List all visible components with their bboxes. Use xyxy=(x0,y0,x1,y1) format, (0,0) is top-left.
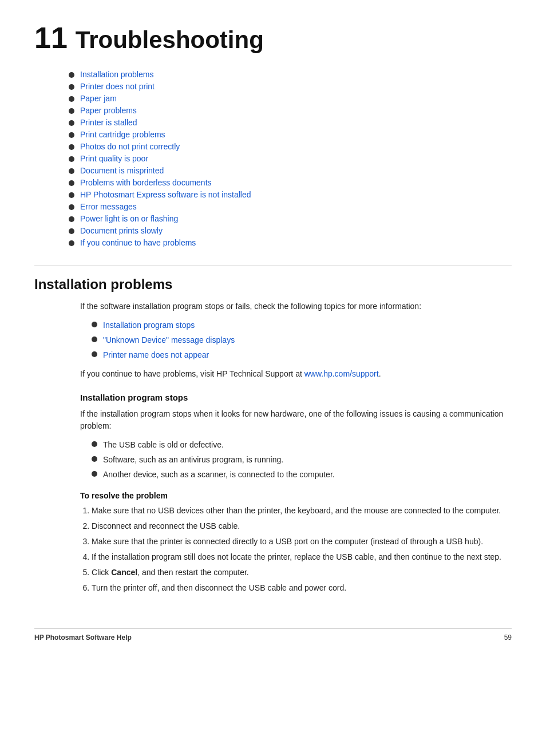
toc-link[interactable]: Printer is stalled xyxy=(80,118,137,127)
toc-link[interactable]: Paper problems xyxy=(80,106,137,115)
toc-item: Paper jam xyxy=(69,94,512,103)
bullet-icon xyxy=(92,441,97,447)
installation-intro-text: If the software installation program sto… xyxy=(80,300,512,312)
resolve-steps: Make sure that no USB devices other than… xyxy=(80,505,512,594)
installation-sub-list: Installation program stops"Unknown Devic… xyxy=(92,319,512,361)
bullet-icon xyxy=(69,144,74,150)
step-item: Turn the printer off, and then disconnec… xyxy=(92,582,512,594)
installation-program-stops-intro: If the installation program stops when i… xyxy=(80,408,512,432)
sub-item-link[interactable]: Printer name does not appear xyxy=(103,349,209,361)
issues-list: The USB cable is old or defective.Softwa… xyxy=(92,439,512,481)
installation-problems-section: Installation problems If the software in… xyxy=(34,266,512,380)
chapter-title: Troubleshooting xyxy=(76,26,264,54)
bullet-icon xyxy=(69,108,74,114)
toc-link[interactable]: HP Photosmart Express software is not in… xyxy=(80,190,251,199)
toc-link[interactable]: Paper jam xyxy=(80,94,117,103)
toc-item: Printer does not print xyxy=(69,82,512,91)
step-item: If the installation program still does n… xyxy=(92,551,512,563)
toc-item: Print cartridge problems xyxy=(69,130,512,139)
bullet-icon xyxy=(69,216,74,222)
resolve-heading: To resolve the problem xyxy=(80,491,512,500)
toc-item: HP Photosmart Express software is not in… xyxy=(69,190,512,199)
bullet-icon xyxy=(92,456,97,462)
footer-left: HP Photosmart Software Help xyxy=(34,634,132,642)
toc-item: If you continue to have problems xyxy=(69,238,512,247)
toc-link[interactable]: If you continue to have problems xyxy=(80,238,196,247)
installation-program-stops-section: Installation program stops If the instal… xyxy=(34,393,512,594)
step-text-rest: , and then restart the computer. xyxy=(137,568,249,577)
bullet-icon xyxy=(69,120,74,126)
bullet-icon xyxy=(69,156,74,162)
hp-support-link[interactable]: www.hp.com/support xyxy=(304,369,379,378)
installation-program-stops-heading: Installation program stops xyxy=(80,393,512,402)
bullet-icon xyxy=(92,322,97,327)
toc-item: Error messages xyxy=(69,202,512,211)
issue-text: Another device, such as a scanner, is co… xyxy=(103,469,335,481)
bullet-icon xyxy=(69,192,74,198)
toc-link[interactable]: Photos do not print correctly xyxy=(80,142,180,151)
footer: HP Photosmart Software Help 59 xyxy=(34,628,512,642)
toc-item: Document is misprinted xyxy=(69,166,512,175)
section-title: Installation problems xyxy=(34,266,512,292)
bullet-icon xyxy=(92,471,97,477)
step-item: Click Cancel, and then restart the compu… xyxy=(92,567,512,579)
toc-item: Power light is on or flashing xyxy=(69,214,512,223)
list-item: "Unknown Device" message displays xyxy=(92,334,512,346)
bullet-icon xyxy=(69,204,74,210)
sub-item-link[interactable]: Installation program stops xyxy=(103,319,195,331)
bullet-icon xyxy=(69,84,74,90)
list-item: Installation program stops xyxy=(92,319,512,331)
page-title: 11 Troubleshooting xyxy=(34,23,512,54)
toc-link[interactable]: Error messages xyxy=(80,202,137,211)
support-text: If you continue to have problems, visit … xyxy=(80,369,302,378)
step-item: Make sure that the printer is connected … xyxy=(92,536,512,548)
bullet-icon xyxy=(69,240,74,246)
bullet-icon xyxy=(69,132,74,138)
toc-item: Installation problems xyxy=(69,70,512,79)
toc-item: Problems with borderless documents xyxy=(69,178,512,187)
bullet-icon xyxy=(92,351,97,357)
toc-link[interactable]: Printer does not print xyxy=(80,82,155,91)
toc-link[interactable]: Print cartridge problems xyxy=(80,130,165,139)
toc-item: Photos do not print correctly xyxy=(69,142,512,151)
issue-text: Software, such as an antivirus program, … xyxy=(103,454,283,466)
toc-link[interactable]: Problems with borderless documents xyxy=(80,178,212,187)
bullet-icon xyxy=(69,228,74,234)
chapter-number: 11 xyxy=(34,23,68,53)
list-item: Another device, such as a scanner, is co… xyxy=(92,469,512,481)
list-item: Printer name does not appear xyxy=(92,349,512,361)
step-text: Click xyxy=(92,568,111,577)
bullet-icon xyxy=(92,337,97,342)
bullet-icon xyxy=(69,96,74,102)
toc-link[interactable]: Installation problems xyxy=(80,70,153,79)
toc-item: Print quality is poor xyxy=(69,154,512,163)
toc-link[interactable]: Document prints slowly xyxy=(80,226,163,235)
bullet-icon xyxy=(69,72,74,78)
step-item: Make sure that no USB devices other than… xyxy=(92,505,512,517)
support-period: . xyxy=(379,369,381,378)
step-item: Disconnect and reconnect the USB cable. xyxy=(92,520,512,532)
toc-list: Installation problemsPrinter does not pr… xyxy=(69,70,512,247)
toc-link[interactable]: Document is misprinted xyxy=(80,166,164,175)
bullet-icon xyxy=(69,180,74,186)
sub-item-link[interactable]: "Unknown Device" message displays xyxy=(103,334,235,346)
toc-item: Printer is stalled xyxy=(69,118,512,127)
toc-link[interactable]: Print quality is poor xyxy=(80,154,148,163)
toc-item: Paper problems xyxy=(69,106,512,115)
toc-link[interactable]: Power light is on or flashing xyxy=(80,214,178,223)
step-bold: Cancel xyxy=(111,568,137,577)
issue-text: The USB cable is old or defective. xyxy=(103,439,224,451)
toc-item: Document prints slowly xyxy=(69,226,512,235)
bullet-icon xyxy=(69,168,74,174)
support-text-line: If you continue to have problems, visit … xyxy=(80,368,512,380)
footer-right: 59 xyxy=(504,634,512,642)
list-item: The USB cable is old or defective. xyxy=(92,439,512,451)
list-item: Software, such as an antivirus program, … xyxy=(92,454,512,466)
